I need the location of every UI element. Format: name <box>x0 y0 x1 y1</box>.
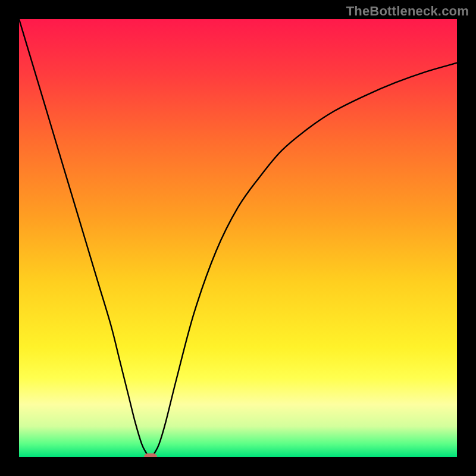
chart-frame: TheBottleneck.com <box>0 0 476 476</box>
bottleneck-curve <box>19 19 457 456</box>
plot-area <box>19 19 457 457</box>
watermark-text: TheBottleneck.com <box>346 4 469 19</box>
curve-layer <box>19 19 457 457</box>
optimal-marker <box>144 453 157 457</box>
